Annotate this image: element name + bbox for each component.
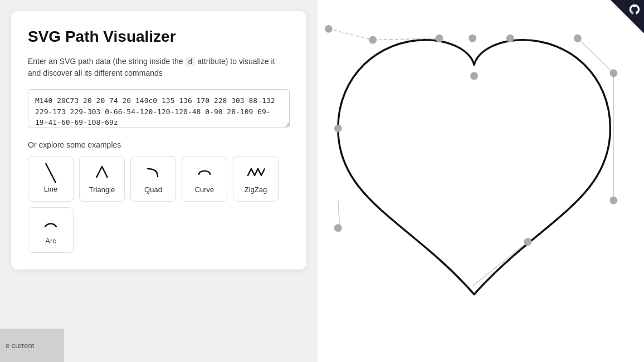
svg-line-0 xyxy=(329,29,373,40)
hint-text: e current xyxy=(6,341,34,350)
path-visualization xyxy=(318,0,644,362)
control-point xyxy=(470,72,478,80)
svg-line-2 xyxy=(578,38,614,74)
example-zigzag[interactable]: ZigZag xyxy=(233,156,279,202)
control-point xyxy=(334,125,342,133)
control-point xyxy=(369,36,377,44)
triangle-icon xyxy=(94,164,110,182)
quad-label: Quad xyxy=(144,185,162,194)
control-point xyxy=(436,35,443,42)
control-point xyxy=(334,224,342,232)
control-point xyxy=(609,197,617,204)
left-panel: SVG Path Visualizer Enter an SVG path da… xyxy=(0,0,318,362)
app-title: SVG Path Visualizer xyxy=(28,28,290,46)
control-point xyxy=(574,35,582,42)
path-input[interactable]: M140 20C73 20 20 74 20 140c0 135 136 170… xyxy=(28,89,290,128)
curve-icon xyxy=(197,164,212,182)
arc-icon xyxy=(43,216,58,233)
zigzag-icon xyxy=(247,164,265,182)
svg-line-5 xyxy=(472,242,528,286)
triangle-label: Triangle xyxy=(89,185,115,194)
examples-label: Or explore some examples xyxy=(28,140,290,149)
example-line[interactable]: ╲ Line xyxy=(28,156,74,202)
control-point xyxy=(506,35,514,42)
line-icon: ╲ xyxy=(46,165,56,182)
example-curve[interactable]: Curve xyxy=(182,156,227,202)
github-icon xyxy=(628,3,641,18)
example-triangle[interactable]: Triangle xyxy=(79,156,125,202)
curve-label: Curve xyxy=(195,185,214,194)
control-point xyxy=(469,35,476,42)
desc-code: d xyxy=(186,57,196,66)
svg-line-4 xyxy=(338,200,340,228)
control-point xyxy=(609,69,617,77)
quad-icon xyxy=(145,164,161,182)
bottom-hint: e current xyxy=(0,329,64,362)
main-card: SVG Path Visualizer Enter an SVG path da… xyxy=(11,11,306,270)
right-panel xyxy=(318,0,644,362)
control-point xyxy=(325,25,333,33)
description: Enter an SVG path data (the string insid… xyxy=(28,56,290,79)
control-point xyxy=(524,238,531,246)
arc-label: Arc xyxy=(45,237,56,245)
example-arc[interactable]: Arc xyxy=(28,207,74,253)
examples-grid: ╲ Line Triangle Quad Curve xyxy=(28,156,290,253)
line-label: Line xyxy=(44,185,58,193)
example-quad[interactable]: Quad xyxy=(130,156,176,202)
desc-before: Enter an SVG path data (the string insid… xyxy=(28,57,186,66)
zigzag-label: ZigZag xyxy=(245,185,267,194)
